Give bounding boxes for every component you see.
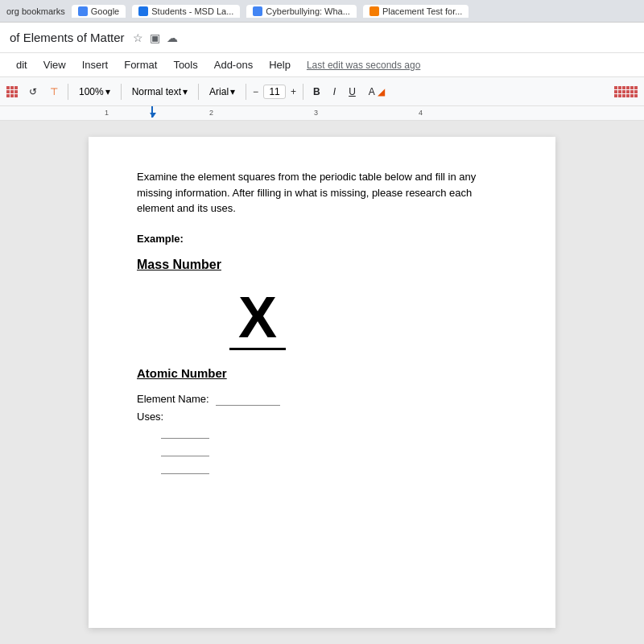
atomic-number-label: Atomic Number (137, 366, 507, 380)
title-bar: of Elements of Matter ☆ ▣ ☁ (0, 23, 644, 53)
zoom-dropdown[interactable]: 100% ▾ (73, 84, 116, 100)
tab-cyberbullying[interactable]: Cyberbullying: Wha... (246, 5, 357, 18)
list-item-1 (161, 426, 507, 439)
doc-page: Examine the element squares from the per… (89, 137, 555, 628)
menu-addons[interactable]: Add-ons (208, 56, 259, 73)
students-favicon (138, 6, 148, 16)
uses-label: Uses: (137, 411, 507, 423)
toolbar-divider-3 (198, 84, 199, 100)
ruler-cursor-arrow (150, 113, 156, 118)
tab-bar: org bookmarks Google Students - MSD La..… (0, 0, 644, 23)
style-value: Normal text (132, 86, 181, 97)
tab-bookmarks[interactable]: org bookmarks (6, 6, 65, 16)
last-edit-label: Last edit was seconds ago (307, 60, 420, 71)
bold-button[interactable]: B (308, 84, 325, 100)
ruler: 1 2 3 4 (0, 106, 644, 121)
cast-icon[interactable]: ▣ (150, 31, 160, 44)
element-name-row: Element Name: (137, 393, 507, 406)
menu-bar: dit View Insert Format Tools Add-ons Hel… (0, 53, 644, 77)
toolbar-divider-2 (121, 84, 122, 100)
element-underline (229, 348, 286, 350)
italic-button[interactable]: I (328, 84, 341, 100)
example-label: Example: (137, 233, 507, 245)
cloud-icon[interactable]: ☁ (167, 31, 178, 44)
list-item-3 (161, 461, 507, 474)
tab-students[interactable]: Students - MSD La... (132, 5, 240, 18)
undo-button[interactable]: ↺ (24, 84, 42, 100)
toolbar-decoration (6, 86, 18, 97)
list-item-2 (161, 444, 507, 456)
doc-title[interactable]: of Elements of Matter (10, 31, 125, 44)
font-size-input[interactable] (263, 85, 286, 99)
underline-button[interactable]: U (344, 84, 361, 100)
title-icons: ☆ ▣ ☁ (133, 31, 178, 44)
menu-edit[interactable]: dit (10, 56, 34, 73)
bullet-blank-3 (161, 461, 209, 474)
placement-favicon (369, 6, 379, 16)
bullet-list (161, 426, 507, 474)
toolbar-divider-1 (68, 84, 68, 100)
tab-placement-label: Placement Test for... (382, 6, 462, 16)
element-name-blank (216, 393, 280, 406)
tab-google[interactable]: Google (72, 5, 126, 18)
menu-tools[interactable]: Tools (167, 56, 204, 73)
zoom-arrow-icon: ▾ (105, 86, 110, 97)
element-symbol: X (238, 288, 277, 346)
paint-format-icon: ⊤ (50, 86, 58, 97)
paint-format-button[interactable]: ⊤ (45, 84, 63, 100)
font-color-button[interactable]: A ◢ (364, 84, 390, 100)
tab-placement[interactable]: Placement Test for... (363, 5, 469, 18)
font-size-minus[interactable]: − (253, 86, 258, 97)
zoom-value: 100% (79, 86, 104, 97)
menu-insert[interactable]: Insert (76, 56, 115, 73)
font-value: Arial (209, 86, 229, 97)
google-favicon (78, 6, 88, 16)
menu-view[interactable]: View (37, 56, 72, 73)
style-dropdown[interactable]: Normal text ▾ (126, 84, 193, 100)
element-symbol-container: X (217, 288, 298, 350)
toolbar-right-decoration (614, 86, 638, 97)
font-dropdown[interactable]: Arial ▾ (204, 84, 241, 100)
toolbar-divider-5 (303, 84, 303, 100)
style-arrow-icon: ▾ (183, 86, 188, 97)
toolbar: ↺ ⊤ 100% ▾ Normal text ▾ Arial ▾ − + B I… (0, 77, 644, 106)
menu-format[interactable]: Format (118, 56, 163, 73)
tab-cyber-label: Cyberbullying: Wha... (266, 6, 350, 16)
mass-number-label: Mass Number (137, 258, 507, 272)
menu-help[interactable]: Help (262, 56, 297, 73)
bullet-blank-2 (161, 444, 209, 456)
tab-students-label: Students - MSD La... (151, 6, 233, 16)
element-name-label: Element Name: (137, 393, 209, 405)
cyber-favicon (253, 6, 262, 16)
font-size-plus[interactable]: + (291, 86, 296, 97)
doc-intro: Examine the element squares from the per… (137, 169, 507, 217)
bullet-blank-1 (161, 426, 209, 439)
doc-area: Examine the element squares from the per… (0, 121, 644, 644)
tab-google-label: Google (91, 6, 119, 16)
font-color-icon: ◢ (378, 86, 385, 97)
font-color-label: A (369, 86, 375, 97)
star-icon[interactable]: ☆ (133, 31, 143, 44)
toolbar-divider-4 (246, 84, 246, 100)
font-arrow-icon: ▾ (230, 86, 235, 97)
